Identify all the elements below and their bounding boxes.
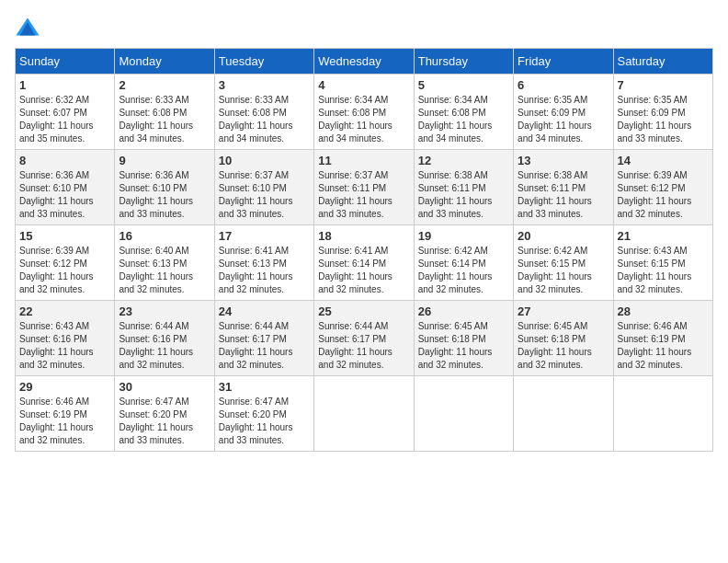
daylight-label: Daylight: 11 hours and 32 minutes. (318, 271, 392, 294)
sunrise-label: Sunrise: 6:39 AM (618, 170, 688, 180)
day-info: Sunrise: 6:36 AM Sunset: 6:10 PM Dayligh… (19, 169, 110, 221)
sunrise-label: Sunrise: 6:38 AM (418, 170, 488, 180)
calendar-cell: 17 Sunrise: 6:41 AM Sunset: 6:13 PM Dayl… (214, 225, 313, 301)
sunset-label: Sunset: 6:09 PM (618, 108, 686, 118)
calendar-cell: 31 Sunrise: 6:47 AM Sunset: 6:20 PM Dayl… (214, 376, 313, 452)
calendar-header-saturday: Saturday (613, 49, 712, 75)
sunrise-label: Sunrise: 6:42 AM (518, 246, 587, 256)
day-info: Sunrise: 6:41 AM Sunset: 6:13 PM Dayligh… (219, 245, 310, 296)
daylight-label: Daylight: 11 hours and 32 minutes. (518, 347, 592, 370)
sunrise-label: Sunrise: 6:35 AM (518, 95, 587, 105)
day-number: 28 (618, 304, 709, 318)
calendar-cell: 2 Sunrise: 6:33 AM Sunset: 6:08 PM Dayli… (115, 75, 214, 150)
calendar-cell: 16 Sunrise: 6:40 AM Sunset: 6:13 PM Dayl… (115, 225, 214, 301)
calendar-week-3: 15 Sunrise: 6:39 AM Sunset: 6:12 PM Dayl… (16, 225, 713, 301)
calendar-cell: 25 Sunrise: 6:44 AM Sunset: 6:17 PM Dayl… (314, 301, 414, 376)
day-info: Sunrise: 6:35 AM Sunset: 6:09 PM Dayligh… (618, 94, 709, 145)
calendar-cell: 3 Sunrise: 6:33 AM Sunset: 6:08 PM Dayli… (214, 75, 313, 150)
calendar-cell: 13 Sunrise: 6:38 AM Sunset: 6:11 PM Dayl… (514, 150, 613, 225)
daylight-label: Daylight: 11 hours and 32 minutes. (618, 271, 692, 294)
sunrise-label: Sunrise: 6:40 AM (119, 246, 188, 256)
sunset-label: Sunset: 6:15 PM (618, 259, 686, 269)
sunset-label: Sunset: 6:11 PM (318, 183, 386, 193)
sunset-label: Sunset: 6:10 PM (19, 183, 87, 193)
calendar-cell: 27 Sunrise: 6:45 AM Sunset: 6:18 PM Dayl… (514, 301, 613, 376)
daylight-label: Daylight: 11 hours and 33 minutes. (219, 196, 293, 219)
sunrise-label: Sunrise: 6:33 AM (119, 95, 188, 105)
calendar-cell: 4 Sunrise: 6:34 AM Sunset: 6:08 PM Dayli… (314, 75, 414, 150)
daylight-label: Daylight: 11 hours and 33 minutes. (318, 196, 392, 219)
calendar-header-monday: Monday (115, 49, 214, 75)
daylight-label: Daylight: 11 hours and 32 minutes. (19, 347, 94, 370)
day-info: Sunrise: 6:42 AM Sunset: 6:14 PM Dayligh… (418, 245, 509, 296)
day-info: Sunrise: 6:37 AM Sunset: 6:11 PM Dayligh… (318, 169, 409, 221)
calendar-cell: 26 Sunrise: 6:45 AM Sunset: 6:18 PM Dayl… (414, 301, 513, 376)
day-info: Sunrise: 6:34 AM Sunset: 6:08 PM Dayligh… (318, 94, 409, 145)
day-info: Sunrise: 6:43 AM Sunset: 6:15 PM Dayligh… (618, 245, 709, 296)
day-info: Sunrise: 6:39 AM Sunset: 6:12 PM Dayligh… (19, 245, 110, 296)
day-number: 26 (418, 304, 509, 318)
sunset-label: Sunset: 6:14 PM (418, 259, 486, 269)
day-number: 21 (618, 229, 709, 243)
sunset-label: Sunset: 6:09 PM (518, 108, 586, 118)
day-number: 31 (219, 380, 310, 394)
sunset-label: Sunset: 6:19 PM (618, 334, 686, 344)
daylight-label: Daylight: 11 hours and 34 minutes. (219, 121, 293, 144)
sunset-label: Sunset: 6:13 PM (119, 259, 187, 269)
sunrise-label: Sunrise: 6:33 AM (219, 95, 289, 105)
calendar-header-friday: Friday (514, 49, 613, 75)
day-number: 18 (318, 229, 409, 243)
day-number: 16 (119, 229, 210, 243)
daylight-label: Daylight: 11 hours and 32 minutes. (219, 347, 293, 370)
daylight-label: Daylight: 11 hours and 32 minutes. (219, 271, 293, 294)
day-info: Sunrise: 6:33 AM Sunset: 6:08 PM Dayligh… (219, 94, 310, 145)
day-number: 19 (418, 229, 509, 243)
sunrise-label: Sunrise: 6:42 AM (418, 246, 488, 256)
calendar-cell: 19 Sunrise: 6:42 AM Sunset: 6:14 PM Dayl… (414, 225, 513, 301)
sunset-label: Sunset: 6:19 PM (19, 409, 87, 419)
daylight-label: Daylight: 11 hours and 33 minutes. (19, 196, 94, 219)
calendar-table: SundayMondayTuesdayWednesdayThursdayFrid… (15, 48, 713, 452)
calendar-header-sunday: Sunday (16, 49, 115, 75)
calendar-cell: 23 Sunrise: 6:44 AM Sunset: 6:16 PM Dayl… (115, 301, 214, 376)
calendar-cell (613, 376, 712, 452)
sunset-label: Sunset: 6:14 PM (318, 259, 386, 269)
daylight-label: Daylight: 11 hours and 32 minutes. (318, 347, 392, 370)
calendar-header-thursday: Thursday (414, 49, 513, 75)
calendar-cell: 6 Sunrise: 6:35 AM Sunset: 6:09 PM Dayli… (514, 75, 613, 150)
sunrise-label: Sunrise: 6:37 AM (318, 170, 388, 180)
calendar-cell (514, 376, 613, 452)
daylight-label: Daylight: 11 hours and 33 minutes. (618, 121, 692, 144)
calendar-cell: 30 Sunrise: 6:47 AM Sunset: 6:20 PM Dayl… (115, 376, 214, 452)
calendar-cell: 15 Sunrise: 6:39 AM Sunset: 6:12 PM Dayl… (16, 225, 115, 301)
sunset-label: Sunset: 6:08 PM (318, 108, 386, 118)
day-number: 2 (119, 78, 210, 92)
sunrise-label: Sunrise: 6:45 AM (418, 321, 488, 331)
calendar-cell: 20 Sunrise: 6:42 AM Sunset: 6:15 PM Dayl… (514, 225, 613, 301)
daylight-label: Daylight: 11 hours and 32 minutes. (418, 347, 493, 370)
daylight-label: Daylight: 11 hours and 32 minutes. (418, 271, 493, 294)
calendar-header-tuesday: Tuesday (214, 49, 313, 75)
daylight-label: Daylight: 11 hours and 34 minutes. (119, 121, 193, 144)
daylight-label: Daylight: 11 hours and 32 minutes. (119, 271, 193, 294)
day-info: Sunrise: 6:39 AM Sunset: 6:12 PM Dayligh… (618, 169, 709, 221)
calendar-cell: 29 Sunrise: 6:46 AM Sunset: 6:19 PM Dayl… (16, 376, 115, 452)
sunset-label: Sunset: 6:11 PM (518, 183, 586, 193)
sunset-label: Sunset: 6:12 PM (618, 183, 686, 193)
day-number: 5 (418, 78, 509, 92)
calendar-week-1: 1 Sunrise: 6:32 AM Sunset: 6:07 PM Dayli… (16, 75, 713, 150)
logo-icon (15, 15, 40, 40)
day-number: 24 (219, 304, 310, 318)
daylight-label: Daylight: 11 hours and 34 minutes. (518, 121, 592, 144)
sunset-label: Sunset: 6:08 PM (119, 108, 187, 118)
daylight-label: Daylight: 11 hours and 32 minutes. (19, 422, 94, 445)
day-number: 27 (518, 304, 609, 318)
day-info: Sunrise: 6:46 AM Sunset: 6:19 PM Dayligh… (618, 320, 709, 372)
daylight-label: Daylight: 11 hours and 32 minutes. (618, 196, 692, 219)
calendar-cell: 21 Sunrise: 6:43 AM Sunset: 6:15 PM Dayl… (613, 225, 712, 301)
day-number: 12 (418, 154, 509, 167)
sunrise-label: Sunrise: 6:44 AM (119, 321, 188, 331)
sunrise-label: Sunrise: 6:35 AM (618, 95, 688, 105)
day-number: 1 (19, 78, 110, 92)
calendar-cell: 11 Sunrise: 6:37 AM Sunset: 6:11 PM Dayl… (314, 150, 414, 225)
